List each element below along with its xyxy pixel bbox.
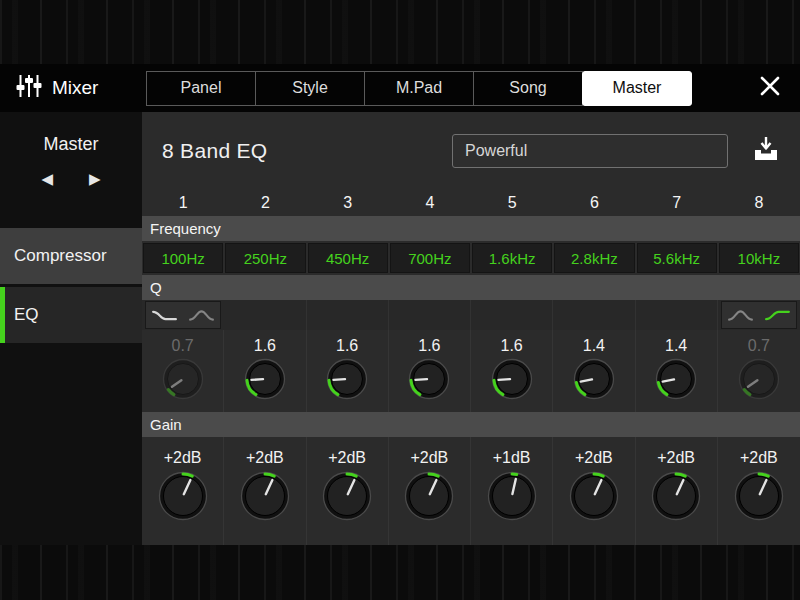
app-title: Mixer — [52, 77, 98, 99]
q-value: 0.7 — [172, 334, 194, 358]
q-band-cell: 0.7 — [142, 330, 224, 412]
q-filter-type-row — [142, 300, 800, 330]
frequency-value-button[interactable]: 10kHz — [719, 243, 799, 273]
band-number: 7 — [636, 190, 718, 216]
mixer-icon — [16, 73, 42, 103]
sidebar-items: CompressorEQ — [0, 228, 142, 346]
frequency-section-header: Frequency — [142, 216, 800, 241]
q-value: 1.6 — [254, 334, 276, 358]
q-knob[interactable] — [244, 358, 286, 400]
sidebar-item-compressor[interactable]: Compressor — [0, 228, 142, 284]
previous-arrow-button[interactable]: ◀ — [41, 171, 53, 186]
gain-knob[interactable] — [651, 471, 701, 521]
tab-bar: PanelStyleM.PadSongMaster — [146, 71, 692, 106]
tab-mpad[interactable]: M.Pad — [364, 71, 474, 106]
q-value: 1.4 — [665, 334, 687, 358]
frequency-value-button[interactable]: 450Hz — [308, 243, 388, 273]
peak-icon[interactable] — [188, 308, 215, 323]
gain-band-cell: +2dB — [142, 437, 224, 545]
tab-panel[interactable]: Panel — [146, 71, 256, 106]
frequency-value-button[interactable]: 1.6kHz — [472, 243, 552, 273]
filter-type-selector[interactable] — [721, 301, 797, 329]
gain-knob-row: +2dB+2dB+2dB+2dB+1dB+2dB+2dB+2dB — [142, 437, 800, 545]
gain-band-cell: +2dB — [553, 437, 635, 545]
q-value: 1.4 — [583, 334, 605, 358]
q-knob[interactable] — [738, 358, 780, 400]
q-filter-empty-cell — [471, 300, 553, 330]
gain-knob[interactable] — [158, 471, 208, 521]
frequency-value-button[interactable]: 2.8kHz — [554, 243, 634, 273]
q-band-cell: 1.4 — [636, 330, 718, 412]
tab-master[interactable]: Master — [582, 71, 692, 106]
q-band-cell: 0.7 — [718, 330, 800, 412]
gain-knob[interactable] — [322, 471, 372, 521]
gain-knob[interactable] — [569, 471, 619, 521]
bottom-bezel — [0, 545, 800, 600]
gain-knob[interactable] — [240, 471, 290, 521]
eq-panel-header: 8 Band EQ Powerful — [142, 112, 800, 190]
high-shelf-icon[interactable] — [764, 308, 791, 323]
q-filter-empty-cell — [224, 300, 306, 330]
gain-section-header: Gain — [142, 412, 800, 437]
q-filter-empty-cell — [389, 300, 471, 330]
tab-style[interactable]: Style — [255, 71, 365, 106]
low-shelf-icon[interactable] — [151, 308, 178, 323]
next-arrow-button[interactable]: ▶ — [89, 171, 101, 186]
gain-knob[interactable] — [487, 471, 537, 521]
q-knob[interactable] — [573, 358, 615, 400]
sidebar: Master ◀ ▶ CompressorEQ — [0, 112, 142, 545]
q-knob[interactable] — [655, 358, 697, 400]
q-knob[interactable] — [326, 358, 368, 400]
gain-value: +2dB — [657, 445, 695, 471]
header-bar: Mixer PanelStyleM.PadSongMaster — [0, 64, 800, 112]
master-selector: Master ◀ ▶ — [0, 112, 142, 228]
content-area: Master ◀ ▶ CompressorEQ 8 Band EQ Powerf… — [0, 112, 800, 545]
gain-value: +2dB — [575, 445, 613, 471]
save-button[interactable] — [752, 136, 780, 166]
gain-knob[interactable] — [734, 471, 784, 521]
frequency-value-button[interactable]: 100Hz — [143, 243, 223, 273]
gain-band-cell: +2dB — [718, 437, 800, 545]
q-band-cell: 1.6 — [471, 330, 553, 412]
q-value: 1.6 — [418, 334, 440, 358]
sidebar-item-eq[interactable]: EQ — [0, 287, 142, 343]
band-number: 3 — [307, 190, 389, 216]
q-band-cell: 1.6 — [224, 330, 306, 412]
gain-value: +2dB — [328, 445, 366, 471]
mixer-screen: Mixer PanelStyleM.PadSongMaster Master ◀… — [0, 0, 800, 600]
band-number: 5 — [471, 190, 553, 216]
band-number: 6 — [553, 190, 635, 216]
q-filter-empty-cell — [307, 300, 389, 330]
q-knob[interactable] — [162, 358, 204, 400]
gain-band-cell: +2dB — [636, 437, 718, 545]
q-band-cell: 1.6 — [389, 330, 471, 412]
q-band-cell: 1.4 — [553, 330, 635, 412]
master-arrows: ◀ ▶ — [0, 171, 142, 186]
band-number: 1 — [142, 190, 224, 216]
band-number: 2 — [224, 190, 306, 216]
peak-icon[interactable] — [727, 308, 754, 323]
q-knob[interactable] — [491, 358, 533, 400]
brand: Mixer — [0, 73, 146, 103]
frequency-value-button[interactable]: 700Hz — [390, 243, 470, 273]
q-value: 1.6 — [501, 334, 523, 358]
gain-knob[interactable] — [404, 471, 454, 521]
tab-song[interactable]: Song — [473, 71, 583, 106]
q-knob[interactable] — [408, 358, 450, 400]
frequency-value-button[interactable]: 5.6kHz — [637, 243, 717, 273]
frequency-value-button[interactable]: 250Hz — [225, 243, 305, 273]
q-band-cell: 1.6 — [307, 330, 389, 412]
gain-band-cell: +2dB — [307, 437, 389, 545]
q-value: 1.6 — [336, 334, 358, 358]
q-knob-row: 0.71.61.61.61.61.41.40.7 — [142, 330, 800, 412]
gain-value: +2dB — [740, 445, 778, 471]
band-number-row: 12345678 — [142, 190, 800, 216]
preset-selector-button[interactable]: Powerful — [452, 134, 728, 168]
eq-panel: 8 Band EQ Powerful 12345678 Frequency 10… — [142, 112, 800, 545]
q-filter-empty-cell — [553, 300, 635, 330]
close-button[interactable] — [758, 74, 782, 102]
close-icon — [758, 74, 782, 102]
filter-type-selector[interactable] — [145, 301, 221, 329]
gain-value: +1dB — [493, 445, 531, 471]
gain-band-cell: +2dB — [389, 437, 471, 545]
